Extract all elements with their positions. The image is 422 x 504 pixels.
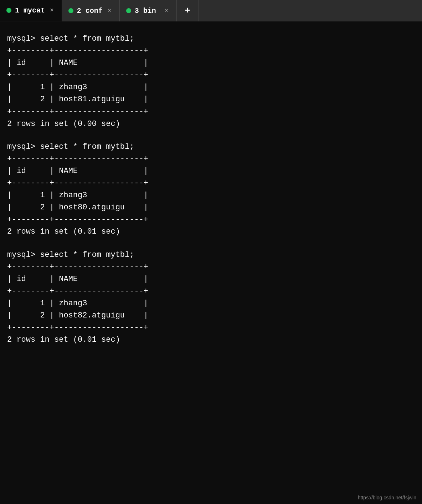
terminal-block-2: mysql> select * from mytbl; +--------+--… <box>7 141 415 238</box>
header-1: | id | NAME | <box>7 57 415 69</box>
row1-3: | 1 | zhang3 | <box>7 297 415 310</box>
tab-1-mycat[interactable]: 1 mycat × <box>0 0 62 21</box>
separator2-2: +--------+-------------------+ <box>7 177 415 189</box>
separator1-2: +--------+-------------------+ <box>7 153 415 165</box>
row2-3: | 2 | host82.atguigu | <box>7 310 415 322</box>
header-2: | id | NAME | <box>7 165 415 177</box>
tab-close-3[interactable]: × <box>163 6 170 15</box>
row1-1: | 1 | zhang3 | <box>7 81 415 93</box>
row2-2: | 2 | host80.atguigu | <box>7 202 415 214</box>
summary-2: 2 rows in set (0.01 sec) <box>7 226 415 238</box>
separator3-1: +--------+-------------------+ <box>7 106 415 118</box>
separator1-1: +--------+-------------------+ <box>7 45 415 57</box>
terminal-block-1: mysql> select * from mytbl; +--------+--… <box>7 33 415 130</box>
terminal-output: mysql> select * from mytbl; +--------+--… <box>0 22 422 504</box>
separator2-3: +--------+-------------------+ <box>7 285 415 297</box>
tab-close-1[interactable]: × <box>48 6 55 15</box>
tab-dot-1 <box>6 8 11 13</box>
summary-3: 2 rows in set (0.01 sec) <box>7 334 415 346</box>
separator3-2: +--------+-------------------+ <box>7 214 415 226</box>
command-3: mysql> select * from mytbl; <box>7 249 415 261</box>
watermark: https://blog.csdn.net/fsjwin <box>358 495 416 500</box>
tab-3-bin[interactable]: 3 bin × <box>120 0 177 21</box>
plus-icon: + <box>185 5 190 16</box>
command-2: mysql> select * from mytbl; <box>7 141 415 153</box>
row2-1: | 2 | host81.atguigu | <box>7 93 415 106</box>
separator2-1: +--------+-------------------+ <box>7 69 415 81</box>
tab-dot-3 <box>126 8 131 13</box>
terminal-block-3: mysql> select * from mytbl; +--------+--… <box>7 249 415 346</box>
summary-1: 2 rows in set (0.00 sec) <box>7 118 415 130</box>
tab-close-2[interactable]: × <box>106 6 113 15</box>
tab-label-1: 1 mycat <box>15 6 45 15</box>
separator3-3: +--------+-------------------+ <box>7 322 415 334</box>
command-1: mysql> select * from mytbl; <box>7 33 415 45</box>
row1-2: | 1 | zhang3 | <box>7 189 415 202</box>
tab-dot-2 <box>68 8 73 13</box>
tab-add-button[interactable]: + <box>177 0 199 21</box>
separator1-3: +--------+-------------------+ <box>7 261 415 273</box>
tab-label-2: 2 conf <box>77 7 103 15</box>
tab-bar: 1 mycat × 2 conf × 3 bin × + <box>0 0 422 22</box>
header-3: | id | NAME | <box>7 273 415 285</box>
tab-2-conf[interactable]: 2 conf × <box>62 0 120 21</box>
tab-label-3: 3 bin <box>135 7 156 15</box>
